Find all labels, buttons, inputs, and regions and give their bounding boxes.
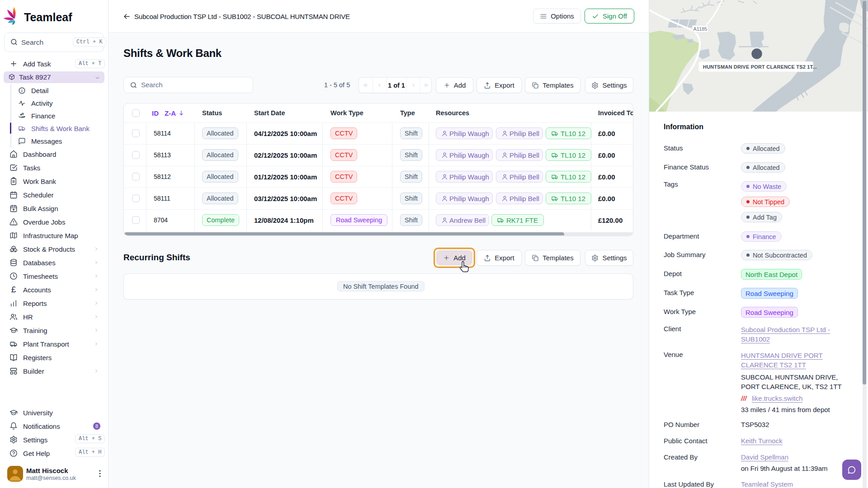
svg-text:HUNTSMAN DRIVE PORT CLARENCE T: HUNTSMAN DRIVE PORT CLARENCE TS2 1T...: [703, 64, 817, 70]
svg-text:A1185: A1185: [693, 26, 708, 32]
